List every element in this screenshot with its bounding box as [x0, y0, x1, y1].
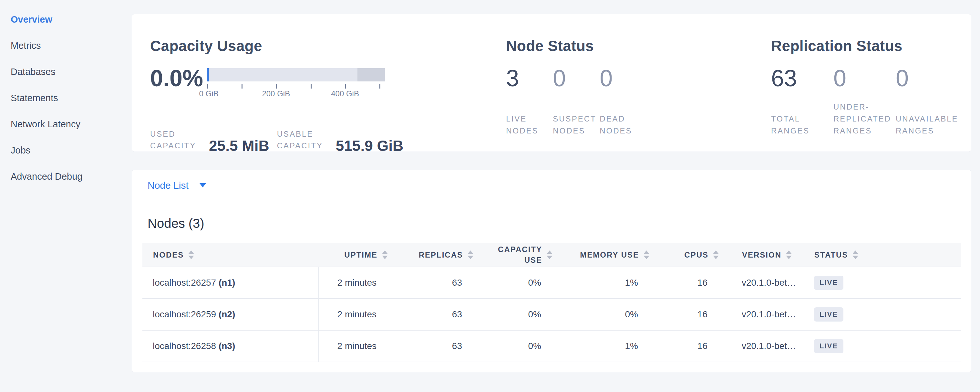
- sort-icon: [644, 250, 649, 259]
- node-address-cell[interactable]: localhost:26258 (n3): [142, 330, 319, 362]
- capacity-gauge-used-bar: [207, 68, 209, 81]
- capacity-use-cell: 0%: [474, 299, 553, 330]
- node-list-dropdown[interactable]: Node List: [148, 180, 206, 191]
- column-header-version[interactable]: VERSION: [719, 243, 800, 267]
- sidebar-item-databases[interactable]: Databases: [0, 59, 132, 85]
- main-content: Capacity Usage 0.0%: [132, 14, 971, 372]
- used-capacity-value: 25.5 MiB: [209, 138, 269, 153]
- sort-icon: [188, 250, 194, 259]
- nodes-table-body: localhost:26257 (n1) 2 minutes 63 0% 1% …: [142, 267, 961, 362]
- column-header-status[interactable]: STATUS: [800, 243, 961, 267]
- cpus-cell: 16: [650, 299, 719, 330]
- status-badge: LIVE: [814, 308, 843, 322]
- table-row[interactable]: localhost:26258 (n3) 2 minutes 63 0% 1% …: [142, 330, 961, 362]
- total-ranges-label: TOTAL RANGES: [771, 113, 834, 137]
- under-replicated-ranges-label: UNDER-REPLICATED RANGES: [834, 101, 896, 137]
- sort-icon: [713, 250, 719, 259]
- node-status-title: Node Status: [506, 37, 771, 56]
- node-address-cell[interactable]: localhost:26257 (n1): [142, 267, 319, 299]
- sidebar-item-network-latency[interactable]: Network Latency: [0, 111, 132, 137]
- column-header-replicas-label: REPLICAS: [419, 250, 463, 260]
- column-header-nodes[interactable]: NODES: [142, 243, 319, 267]
- capacity-gauge: 0 GiB 200 GiB 400 GiB: [207, 68, 385, 100]
- version-cell: v20.1.0-bet…: [719, 299, 800, 330]
- live-nodes-label: LIVE NODES: [506, 113, 553, 137]
- sort-icon: [468, 250, 473, 259]
- dead-nodes-stat: 0 DEAD NODES: [600, 67, 646, 137]
- replicas-cell: 63: [388, 299, 474, 330]
- cluster-summary-card: Capacity Usage 0.0%: [132, 14, 971, 152]
- under-replicated-ranges-value: 0: [834, 67, 896, 90]
- replication-status-title: Replication Status: [771, 37, 958, 56]
- node-address-cell[interactable]: localhost:26259 (n2): [142, 299, 319, 330]
- under-replicated-ranges-stat: 0 UNDER-REPLICATED RANGES: [834, 67, 896, 137]
- usable-capacity-label: USABLE CAPACITY: [277, 128, 330, 151]
- replicas-cell: 63: [388, 267, 474, 299]
- suspect-nodes-value: 0: [553, 67, 600, 90]
- sidebar-item-advanced-debug[interactable]: Advanced Debug: [0, 164, 132, 190]
- uptime-cell: 2 minutes: [319, 299, 388, 330]
- usable-capacity-value: 515.9 GiB: [336, 138, 404, 153]
- column-header-uptime[interactable]: UPTIME: [319, 243, 388, 267]
- status-cell: LIVE: [800, 299, 961, 330]
- column-header-version-label: VERSION: [742, 250, 781, 260]
- column-header-capacity-use-label: CAPACITY USE: [494, 244, 542, 265]
- capacity-gauge-axis-labels: 0 GiB 200 GiB 400 GiB: [207, 89, 385, 100]
- column-header-cpus-label: CPUS: [684, 250, 708, 260]
- sort-icon: [382, 250, 388, 259]
- column-header-nodes-label: NODES: [153, 250, 184, 260]
- sidebar-item-statements[interactable]: Statements: [0, 85, 132, 111]
- column-header-uptime-label: UPTIME: [344, 250, 377, 260]
- table-header-row: NODES UPTIME REPLICAS CAPACITY USE MEMOR: [142, 243, 961, 267]
- node-status-section: Node Status 3 LIVE NODES 0 SUSPECT NODES…: [506, 37, 771, 151]
- column-header-memory-use-label: MEMORY USE: [580, 250, 639, 260]
- status-cell: LIVE: [800, 330, 961, 362]
- chevron-down-icon: [200, 183, 206, 187]
- suspect-nodes-label: SUSPECT NODES: [553, 113, 600, 137]
- status-badge: LIVE: [814, 339, 843, 353]
- capacity-used-percent: 0.0%: [150, 67, 207, 100]
- sort-icon: [786, 250, 792, 259]
- table-row[interactable]: localhost:26259 (n2) 2 minutes 63 0% 0% …: [142, 299, 961, 330]
- column-header-capacity-use[interactable]: CAPACITY USE: [474, 243, 553, 267]
- replicas-cell: 63: [388, 330, 474, 362]
- axis-label-400gib: 400 GiB: [331, 89, 359, 98]
- column-header-cpus[interactable]: CPUS: [650, 243, 719, 267]
- capacity-use-cell: 0%: [474, 330, 553, 362]
- node-list-card: Node List Nodes (3) NODES UPTIME: [132, 170, 971, 372]
- nodes-table-wrap: NODES UPTIME REPLICAS CAPACITY USE MEMOR: [142, 243, 961, 362]
- uptime-cell: 2 minutes: [319, 330, 388, 362]
- sidebar-item-metrics[interactable]: Metrics: [0, 33, 132, 59]
- view-selector-row: Node List: [132, 170, 971, 201]
- version-cell: v20.1.0-bet…: [719, 330, 800, 362]
- used-capacity-stat: USED CAPACITY 25.5 MiB: [150, 128, 269, 151]
- column-header-memory-use[interactable]: MEMORY USE: [553, 243, 650, 267]
- node-list-dropdown-label: Node List: [148, 180, 189, 191]
- total-ranges-stat: 63 TOTAL RANGES: [771, 67, 834, 137]
- replication-status-section: Replication Status 63 TOTAL RANGES 0 UND…: [771, 37, 958, 151]
- dead-nodes-label: DEAD NODES: [600, 113, 646, 137]
- column-header-status-label: STATUS: [815, 250, 848, 260]
- dead-nodes-value: 0: [600, 67, 646, 90]
- version-cell: v20.1.0-bet…: [719, 267, 800, 299]
- unavailable-ranges-value: 0: [896, 67, 958, 90]
- sort-icon: [547, 250, 552, 259]
- axis-label-200gib: 200 GiB: [262, 89, 290, 98]
- live-nodes-stat: 3 LIVE NODES: [506, 67, 553, 137]
- suspect-nodes-stat: 0 SUSPECT NODES: [553, 67, 600, 137]
- total-ranges-value: 63: [771, 67, 834, 90]
- axis-label-0gib: 0 GiB: [199, 89, 218, 98]
- sort-icon: [853, 250, 858, 259]
- cpus-cell: 16: [650, 267, 719, 299]
- table-row[interactable]: localhost:26257 (n1) 2 minutes 63 0% 1% …: [142, 267, 961, 299]
- capacity-gauge-reserved-bar: [358, 68, 385, 81]
- uptime-cell: 2 minutes: [319, 267, 388, 299]
- column-header-replicas[interactable]: REPLICAS: [388, 243, 474, 267]
- sidebar: Overview Metrics Databases Statements Ne…: [0, 0, 132, 392]
- sidebar-item-overview[interactable]: Overview: [0, 6, 132, 33]
- sidebar-item-jobs[interactable]: Jobs: [0, 137, 132, 164]
- capacity-use-cell: 0%: [474, 267, 553, 299]
- status-badge: LIVE: [814, 276, 843, 290]
- unavailable-ranges-label: UNAVAILABLE RANGES: [896, 113, 958, 137]
- memory-use-cell: 0%: [553, 299, 650, 330]
